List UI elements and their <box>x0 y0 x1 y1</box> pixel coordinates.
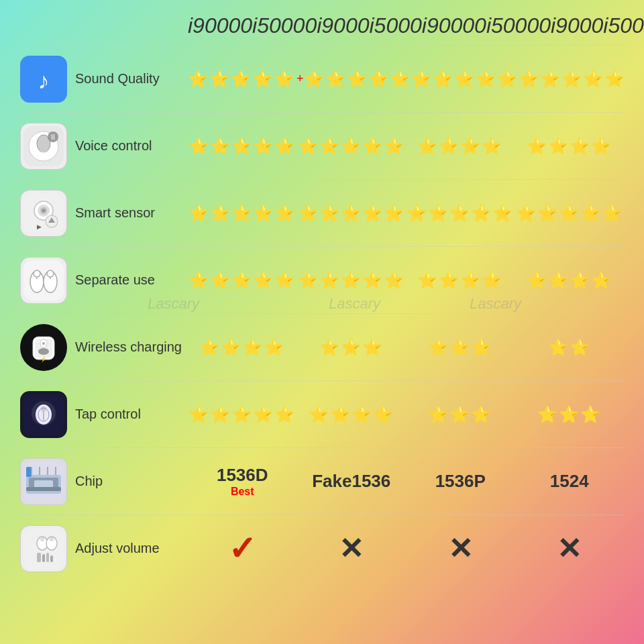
feature-row-voice-control: II Voice control⭐⭐⭐⭐⭐⭐⭐⭐⭐⭐⭐⭐⭐⭐⭐⭐⭐⭐ <box>20 112 624 179</box>
feature-values-sound-quality: ⭐⭐⭐⭐⭐+⭐⭐⭐⭐⭐⭐⭐⭐⭐⭐⭐⭐⭐⭐⭐ <box>188 70 626 89</box>
feature-value-smart-sensor-i90000: ⭐⭐⭐⭐⭐ <box>188 204 297 223</box>
stars: ⭐⭐⭐⭐⭐ <box>189 204 296 223</box>
chip-text: Fake1536 <box>312 471 390 492</box>
feature-value-wireless-charging-i90000: ⭐⭐⭐⭐ <box>188 338 297 357</box>
stars: ⭐⭐⭐⭐⭐ <box>516 204 623 223</box>
sensor-icon: ▶ <box>20 190 67 237</box>
wireless-icon-svg: ⚡ <box>23 327 64 368</box>
stars: ⭐⭐⭐⭐ <box>309 405 394 424</box>
feature-label-wireless-charging: Wireless charging <box>67 339 188 355</box>
feature-label-separate-use: Separate use <box>67 272 188 288</box>
feature-value-wireless-charging-i5000: ⭐⭐ <box>515 338 625 357</box>
feature-value-separate-use-i5000: ⭐⭐⭐⭐ <box>515 271 625 290</box>
checkmark: ✓ <box>228 529 256 568</box>
stars: ⭐⭐⭐ <box>537 405 602 424</box>
stars: ⭐⭐⭐⭐ <box>417 271 503 290</box>
chip-value: 1536P <box>435 471 486 492</box>
svg-point-26 <box>38 348 49 355</box>
feature-value-tap-control-i5000: ⭐⭐⭐ <box>515 405 625 424</box>
feature-values-wireless-charging: ⭐⭐⭐⭐⭐⭐⭐⭐⭐⭐⭐⭐ <box>188 338 624 357</box>
header-row: i90000i50000i9000i5000i90000i50000i9000i… <box>20 13 624 38</box>
product-name-i90000: i90000 <box>188 13 252 38</box>
product-header-i90000: i90000 <box>422 13 486 38</box>
stars: ⭐⭐⭐⭐⭐ <box>519 70 626 89</box>
volume-icon <box>20 525 67 572</box>
svg-rect-5 <box>40 150 48 152</box>
stars: ⭐⭐⭐⭐⭐ <box>298 204 405 223</box>
crossmark: ✕ <box>339 531 364 566</box>
chip-text: 1536D <box>217 465 268 486</box>
chip-icon <box>20 458 67 505</box>
svg-text:♪: ♪ <box>38 68 50 93</box>
stars: ⭐⭐⭐ <box>319 338 384 357</box>
feature-row-smart-sensor: ▶ Smart sensor⭐⭐⭐⭐⭐⭐⭐⭐⭐⭐⭐⭐⭐⭐⭐⭐⭐⭐⭐⭐ <box>20 179 624 246</box>
chip-best-label: Best <box>231 486 254 498</box>
product-name-i5000: i5000 <box>369 13 421 38</box>
stars: ⭐⭐⭐⭐⭐ <box>189 137 296 156</box>
tap-icon-svg <box>23 394 64 435</box>
svg-point-18 <box>34 270 40 277</box>
volume-icon-svg <box>23 529 64 569</box>
feature-value-sound-quality-i5000: ⭐⭐⭐⭐⭐ <box>519 70 626 89</box>
feature-label-sound-quality: Sound Quality <box>67 71 188 87</box>
svg-point-48 <box>40 537 44 541</box>
wireless-icon: ⚡ <box>20 324 67 371</box>
feature-value-tap-control-i90000: ⭐⭐⭐⭐⭐ <box>188 405 297 424</box>
svg-rect-40 <box>26 467 32 477</box>
feature-label-voice-control: Voice control <box>67 138 188 154</box>
feature-values-voice-control: ⭐⭐⭐⭐⭐⭐⭐⭐⭐⭐⭐⭐⭐⭐⭐⭐⭐⭐ <box>188 137 624 156</box>
stars: ⭐⭐⭐ <box>428 338 492 357</box>
feature-value-separate-use-i50000: ⭐⭐⭐⭐⭐ <box>297 271 407 290</box>
feature-value-adjust-volume-i90000: ✓ <box>188 529 297 568</box>
svg-text:⚡: ⚡ <box>40 356 47 362</box>
product-header-i5000: i5000 <box>603 13 644 38</box>
stars: ⭐⭐⭐⭐⭐ <box>189 405 296 424</box>
feature-value-adjust-volume-i50000: ✕ <box>297 529 407 568</box>
svg-point-33 <box>41 407 46 412</box>
stars: ⭐⭐⭐⭐⭐ <box>298 271 405 290</box>
chip-text: 1536P <box>435 471 486 492</box>
feature-value-voice-control-i90000: ⭐⭐⭐⭐⭐ <box>188 137 297 156</box>
product-header-i9000: i9000 <box>551 13 603 38</box>
separate-icon-svg <box>23 260 64 301</box>
svg-rect-54 <box>50 555 53 562</box>
feature-value-chip-i5000: 1524 <box>515 465 625 498</box>
feature-row-wireless-charging: ⚡ Wireless charging⭐⭐⭐⭐⭐⭐⭐⭐⭐⭐⭐⭐ <box>20 313 624 380</box>
feature-value-chip-i50000: Fake1536 <box>297 465 407 498</box>
feature-value-separate-use-i90000: ⭐⭐⭐⭐⭐ <box>188 271 297 290</box>
svg-rect-52 <box>42 554 45 562</box>
svg-text:▶: ▶ <box>37 223 42 230</box>
chip-value: 1524 <box>550 471 589 492</box>
feature-value-sound-quality-i90000: ⭐⭐⭐⭐⭐+ <box>188 70 304 89</box>
feature-values-tap-control: ⭐⭐⭐⭐⭐⭐⭐⭐⭐⭐⭐⭐⭐⭐⭐ <box>188 405 624 424</box>
stars: ⭐⭐⭐⭐⭐ <box>411 70 519 89</box>
feature-row-adjust-volume: Adjust volume✓✕✕✕ <box>20 515 624 582</box>
feature-value-voice-control-i50000: ⭐⭐⭐⭐⭐ <box>297 137 407 156</box>
svg-point-28 <box>42 342 45 345</box>
feature-label-adjust-volume: Adjust volume <box>67 541 188 556</box>
feature-value-separate-use-i9000: ⭐⭐⭐⭐ <box>406 271 515 290</box>
product-name-i50000: i50000 <box>252 13 317 38</box>
svg-point-12 <box>42 209 45 212</box>
feature-row-tap-control: Tap control⭐⭐⭐⭐⭐⭐⭐⭐⭐⭐⭐⭐⭐⭐⭐ <box>20 380 624 447</box>
stars: ⭐⭐⭐⭐ <box>199 338 285 357</box>
chip-value: Fake1536 <box>312 471 390 492</box>
voice-icon-svg: II <box>23 126 64 166</box>
feature-values-smart-sensor: ⭐⭐⭐⭐⭐⭐⭐⭐⭐⭐⭐⭐⭐⭐⭐⭐⭐⭐⭐⭐ <box>188 204 624 223</box>
stars: ⭐⭐⭐⭐⭐ <box>189 271 296 290</box>
separate-icon <box>20 257 67 304</box>
feature-value-tap-control-i9000: ⭐⭐⭐ <box>406 405 515 424</box>
feature-value-adjust-volume-i5000: ✕ <box>515 529 625 568</box>
feature-value-tap-control-i50000: ⭐⭐⭐⭐ <box>297 405 407 424</box>
crossmark: ✕ <box>448 531 473 566</box>
music-icon-svg: ♪ <box>23 59 64 99</box>
feature-value-smart-sensor-i9000: ⭐⭐⭐⭐⭐ <box>406 204 515 223</box>
feature-label-chip: Chip <box>67 474 188 489</box>
chip-value: 1536D Best <box>217 465 268 498</box>
stars: ⭐⭐⭐⭐⭐ <box>298 137 405 156</box>
chip-text: 1524 <box>550 471 589 492</box>
feature-label-tap-control: Tap control <box>67 407 188 422</box>
svg-rect-53 <box>46 553 49 562</box>
comparison-container: i90000i50000i9000i5000i90000i50000i9000i… <box>0 0 644 644</box>
feature-value-adjust-volume-i9000: ✕ <box>406 529 515 568</box>
